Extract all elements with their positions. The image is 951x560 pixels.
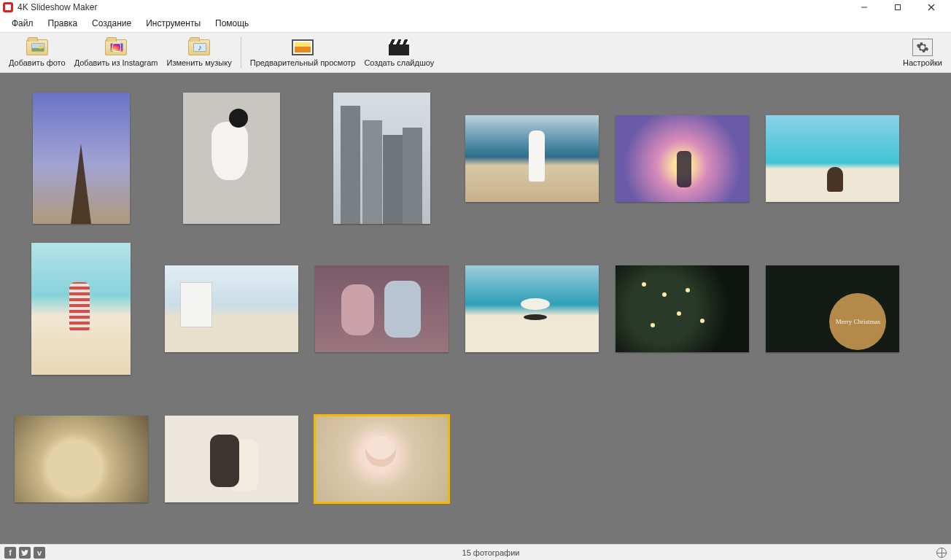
- toolbar: Добавить фото Добавить из Instagram Изме…: [0, 32, 951, 73]
- folder-instagram-icon: [105, 39, 127, 55]
- thumbnail-cell: [156, 233, 306, 384]
- maximize-button[interactable]: [881, 0, 915, 15]
- thumbnail-cell: [457, 83, 607, 233]
- preview-icon: [292, 39, 314, 55]
- menu-edit[interactable]: Правка: [41, 16, 85, 31]
- thumbnail-family-kiss[interactable]: [315, 265, 449, 352]
- add-instagram-button[interactable]: Добавить из Instagram: [70, 33, 163, 72]
- thumbnail-cell: [156, 83, 306, 233]
- thumbnail-lifeguard-stand[interactable]: [165, 265, 298, 352]
- close-button[interactable]: [915, 0, 948, 15]
- menu-help[interactable]: Помощь: [208, 16, 256, 31]
- toolbar-separator: [241, 36, 241, 69]
- thumbnail-hat-beach[interactable]: [465, 265, 599, 352]
- thumbnail-cell: [156, 384, 306, 534]
- thumbnail-cell: [6, 384, 156, 534]
- thumbnail-cell: [306, 384, 457, 534]
- social-links: f v: [4, 547, 45, 559]
- thumbnail-cell: [6, 233, 156, 384]
- globe-icon[interactable]: [936, 548, 947, 558]
- menu-tools[interactable]: Инструменты: [139, 16, 208, 31]
- menu-bar: Файл Правка Создание Инструменты Помощь: [0, 15, 951, 32]
- thumbnail-cell: [306, 83, 457, 233]
- thumbnail-baby-blanket[interactable]: [315, 416, 449, 502]
- svg-rect-1: [896, 5, 901, 10]
- thumbnail-beach-kneeling[interactable]: [31, 243, 131, 375]
- thumbnail-christmas-tree[interactable]: [616, 265, 749, 352]
- thumbnail-cell: [607, 233, 757, 384]
- thumbnail-turquoise-beach[interactable]: [766, 115, 899, 202]
- status-bar: f v 15 фотографии: [0, 544, 951, 560]
- settings-button[interactable]: Настройки: [898, 33, 947, 72]
- folder-music-icon: [188, 39, 210, 55]
- photo-gallery[interactable]: [0, 73, 951, 544]
- thumbnail-cell: [306, 233, 457, 384]
- clapper-icon: [389, 39, 409, 55]
- thumbnail-sunset-heart[interactable]: [616, 115, 749, 202]
- folder-photo-icon: [26, 39, 48, 55]
- window-controls: [847, 0, 948, 15]
- status-text: 15 фотографии: [45, 548, 936, 557]
- thumbnail-eiffel-tower[interactable]: [33, 93, 130, 224]
- thumbnail-cell: [607, 83, 757, 233]
- window-title: 4K Slideshow Maker: [18, 2, 97, 12]
- twitter-icon[interactable]: [19, 547, 31, 559]
- title-bar: 4K Slideshow Maker: [0, 0, 951, 15]
- thumbnail-city-skyline[interactable]: [333, 93, 430, 224]
- create-slideshow-button[interactable]: Создать слайдшоу: [360, 33, 438, 72]
- thumbnail-wedding-rings[interactable]: [15, 416, 148, 502]
- thumbnail-cell: [757, 83, 907, 233]
- gear-icon: [912, 39, 933, 56]
- minimize-button[interactable]: [847, 0, 881, 15]
- thumbnail-cell: [457, 233, 607, 384]
- thumbnail-wedding-couple[interactable]: [165, 416, 298, 502]
- menu-file[interactable]: Файл: [4, 16, 41, 31]
- menu-create[interactable]: Создание: [85, 16, 139, 31]
- facebook-icon[interactable]: f: [4, 547, 16, 559]
- preview-button[interactable]: Предварительный просмотр: [246, 33, 360, 72]
- thumbnail-girl-sitting[interactable]: [183, 93, 280, 224]
- thumbnail-cell: [757, 233, 907, 384]
- vimeo-icon[interactable]: v: [34, 547, 45, 559]
- app-window: 4K Slideshow Maker Файл Правка Создание …: [0, 0, 951, 560]
- change-music-button[interactable]: Изменить музыку: [162, 33, 236, 72]
- app-icon: [3, 2, 13, 12]
- thumbnail-cell: [6, 83, 156, 233]
- thumbnail-merry-christmas[interactable]: [766, 265, 899, 352]
- thumbnail-beach-walking[interactable]: [465, 115, 599, 202]
- add-photo-button[interactable]: Добавить фото: [4, 33, 70, 72]
